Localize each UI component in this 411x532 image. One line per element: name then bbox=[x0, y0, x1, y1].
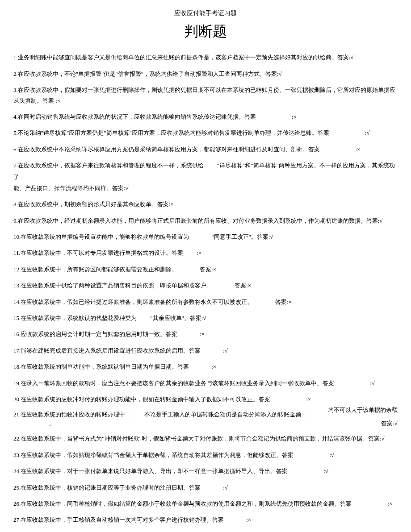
question-9: 9.在应收款系统中，经过期初余额录入功能，用户能够将正式启用账套前的所有应收、对… bbox=[13, 216, 398, 226]
question-12-answer: 答案:× bbox=[200, 266, 216, 273]
question-10-text-a: 10.在应收款系统的单据编号设置功能中，能够将收款单的编号设置为 bbox=[13, 233, 189, 240]
question-25-answer: :√ bbox=[223, 484, 228, 491]
question-7: 7.在应收款系统中，依据客户来往款项核算和管理的程度不一样，系统供给"详尽核算"… bbox=[13, 160, 398, 170]
question-24: 24.在应收款系统中，对于一张付款单来说只好单导游入、导出，即不一样意一张单据循… bbox=[13, 466, 398, 476]
question-8: 8.在应收款系统中，期初余额的形式只好是其余应收单。答案:× bbox=[13, 199, 398, 209]
question-20-text: 20.在应收款系统的应收冲对付的转账办理功能中，假如在转账金额中输入了数据则不可… bbox=[13, 396, 270, 403]
question-14-text: 14.在应收款系统中，假如已经计提过坏账准备，则坏账准备的所有参数将永久不可以被… bbox=[13, 299, 253, 305]
question-21-text-d: 。 bbox=[49, 420, 55, 427]
question-16: 16.应收款系统的启用会计时期一定与账套的启用时期一致。答案:× bbox=[13, 329, 398, 339]
question-26-answer: :× bbox=[387, 500, 392, 507]
question-20-answer: :× bbox=[306, 396, 311, 403]
question-19-text: 19.在录入一笔坏账回收的款项时，应当注意不要把该客户的其余的收款业务与该笔坏账… bbox=[13, 380, 334, 387]
subtitle: 应收应付能手考证习题 bbox=[13, 9, 398, 18]
question-7-d: 能、产品接口、操作流程等均不同样。答案:√ bbox=[13, 183, 398, 193]
question-18-text: 18.在应收款系统的制单功能中，系统默认制单日期为单据日期。答案 bbox=[13, 363, 189, 370]
question-24-answer: :√ bbox=[323, 468, 328, 474]
question-15-text-b: "其余应收单"。答案:√ bbox=[150, 315, 206, 321]
question-2: 2.在应收款系统中，不论"单据报警"仍是"信誉报警"，系统均供给了自动报警和人工… bbox=[13, 69, 398, 79]
question-20: 20.在应收款系统的应收冲对付的转账办理功能中，假如在转账金额中输入了数据则不可… bbox=[13, 394, 398, 404]
question-5-answer: :√ bbox=[365, 129, 370, 136]
question-4-text: 4.在同时启动销售系统与应收款系统的状况下，应收款系统能够向销售系统传达记账凭据… bbox=[13, 113, 256, 120]
question-16-text: 16.应收款系统的启用会计时期一定与账套的启用时期一致。答案 bbox=[13, 331, 177, 337]
question-11-text: 11.在应收款系统中，不可以对专用发票进行单据格式的设计。答案 bbox=[13, 249, 183, 256]
question-15-text-a: 15.在应收款系统中，系统默认的代垫花费种类为 bbox=[13, 315, 137, 321]
question-18-answer: :× bbox=[211, 363, 216, 370]
question-11-answer: :× bbox=[197, 249, 201, 256]
question-13: 13.在应收款系统中供给了两种设置产品销售科目的依照，即按单据和按客户。答案:× bbox=[13, 280, 398, 291]
question-7-c: 了 bbox=[13, 172, 398, 182]
question-4: 4.在同时启动销售系统与应收款系统的状况下，应收款系统能够向销售系统传达记账凭据… bbox=[13, 112, 398, 122]
question-19: 19.在录入一笔坏账回收的款项时，应当注意不要把该客户的其余的收款业务与该笔坏账… bbox=[13, 378, 398, 388]
question-12-text: 12.在应收款系统中，所有账龄区间都能够依据需要改正和删除。 bbox=[13, 266, 177, 273]
question-27: 27.在应收款系统中，手工核销及自动核销一次均可对多个客户进行核销办理。答案:× bbox=[13, 515, 398, 525]
question-21: 均不可以大于该单据的余额 21.在应收款系统的预收冲应收的转账办理中，不论是手工… bbox=[13, 410, 398, 428]
question-23-answer: :√ bbox=[329, 452, 334, 458]
question-6-answer: :× bbox=[356, 146, 361, 153]
question-13-text: 13.在应收款系统中供给了两种设置产品销售科目的依照，即按单据和按客户。 bbox=[13, 282, 212, 289]
question-27-text: 27.在应收款系统中，手工核销及自动核销一次均可对多个客户进行核销办理。答案 bbox=[13, 516, 224, 523]
main-title: 判断题 bbox=[13, 21, 398, 42]
question-3: 3.在应收款系统中，假如要对一张凭据进行删除操作，则该凭据的凭据日期不可以在本系… bbox=[13, 85, 398, 106]
question-14: 14.在应收款系统中，假如已经计提过坏账准备，则坏账准备的所有参数将永久不可以被… bbox=[13, 297, 398, 307]
question-7-text-a: 7.在应收款系统中，依据客户来往款项核算和管理的程度不一样，系统供给 bbox=[13, 162, 204, 169]
question-25-text: 25.在应收款系统中，核销的记账日期应等于业务办理时的注册日期。答案 bbox=[13, 484, 201, 491]
question-17-answer: :√ bbox=[223, 347, 228, 354]
question-26-text: 26.在应收款系统中，同币种核销时，假如结算的金额小于收款单金额与预收款的使用金… bbox=[13, 500, 352, 507]
question-7-text-b: "详尽核算"和"简单核算"两种应用方案。不一样的应用方案，其系统功 bbox=[217, 162, 395, 169]
question-1: 1.业务明细账中能够查问既是客户又是供给商单位的汇总来往账的前提条件是，该客户档… bbox=[13, 52, 398, 62]
question-17-text: 17.能够在建账完成后直接进入系统启用设置进行应收款系统的启用。答案 bbox=[13, 347, 201, 354]
question-23: 23.在应收款系统中，假如贴现净额或背书金额大于单据余额，系统自动将其差额作为利… bbox=[13, 450, 398, 460]
question-6-text: 6.在应收款系统中不论采纳详尽核算应用方案仍是采纳简单核算应用方案，都能够对来往… bbox=[13, 146, 320, 153]
question-26: 26.在应收款系统中，同币种核销时，假如结算的金额小于收款单金额与预收款的使用金… bbox=[13, 499, 398, 509]
question-21-answer: 答案:√ bbox=[381, 419, 398, 428]
question-19-answer: :√ bbox=[370, 380, 375, 387]
question-10: 10.在应收款系统的单据编号设置功能中，能够将收款单的编号设置为"同意手工改正"… bbox=[13, 232, 398, 242]
question-27-answer: :× bbox=[246, 516, 251, 523]
question-21-text-b: 不论是手工输入的单据转账金额仍是自动分摊添入的转账金额， bbox=[144, 411, 307, 418]
question-18: 18.在应收款系统的制单功能中，系统默认制单日期为单据日期。答案:× bbox=[13, 362, 398, 372]
question-14-answer: 答案:× bbox=[275, 299, 292, 305]
question-4-answer: :× bbox=[292, 113, 297, 120]
question-25: 25.在应收款系统中，核销的记账日期应等于业务办理时的注册日期。答案:√ bbox=[13, 482, 398, 493]
question-22: 22.在应收款系统中，当背书方式为"冲销对付账款"时，假如背书金额大于对付账款，… bbox=[13, 433, 398, 444]
question-13-answer: 答案:× bbox=[235, 282, 251, 289]
question-16-answer: :× bbox=[200, 331, 205, 337]
question-11: 11.在应收款系统中，不可以对专用发票进行单据格式的设计。答案:× bbox=[13, 248, 398, 258]
question-15: 15.在应收款系统中，系统默认的代垫花费种类为"其余应收单"。答案:√ bbox=[13, 313, 398, 323]
question-5: 5.不论采纳"详尽核算"应用方案仍是"简单核算"应用方案，应收款系统均能够对销售… bbox=[13, 128, 398, 138]
question-23-text: 23.在应收款系统中，假如贴现净额或背书金额大于单据余额，系统自动将其差额作为利… bbox=[13, 452, 294, 458]
question-24-text: 24.在应收款系统中，对于一张付款单来说只好单导游入、导出，即不一样意一张单据循… bbox=[13, 468, 288, 474]
question-21-text-c: 均不可以大于该单据的余额 bbox=[328, 407, 398, 413]
question-6: 6.在应收款系统中不论采纳详尽核算应用方案仍是采纳简单核算应用方案，都能够对来往… bbox=[13, 144, 398, 154]
question-21-text-a: 21.在应收款系统的预收冲应收的转账办理中， bbox=[13, 411, 131, 418]
question-12: 12.在应收款系统中，所有账龄区间都能够依据需要改正和删除。答案:× bbox=[13, 264, 398, 274]
question-17: 17.能够在建账完成后直接进入系统启用设置进行应收款系统的启用。答案:√ bbox=[13, 345, 398, 356]
question-5-text: 5.不论采纳"详尽核算"应用方案仍是"简单核算"应用方案，应收款系统均能够对销售… bbox=[13, 129, 329, 136]
question-10-text-b: "同意手工改正"。答案:√ bbox=[211, 233, 273, 240]
